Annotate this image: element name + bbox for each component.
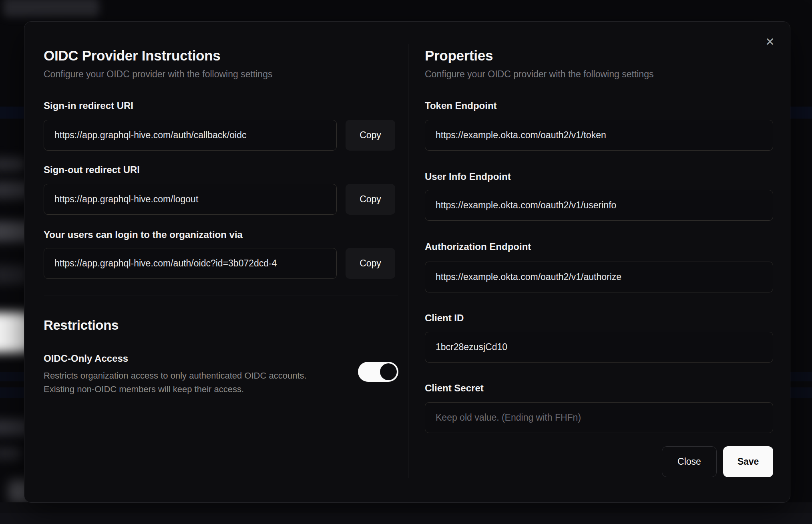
save-button[interactable]: Save [723, 446, 773, 477]
oidc-provider-dialog: ✕ OIDC Provider Instructions Configure y… [24, 21, 790, 503]
description-line-1: Restricts organization access to only au… [44, 369, 395, 383]
blurred-logo [3, 0, 99, 17]
client-id-input[interactable] [425, 332, 773, 363]
instructions-title: OIDC Provider Instructions [44, 47, 395, 64]
instructions-column: OIDC Provider Instructions Configure you… [44, 47, 395, 396]
screen: ✕ OIDC Provider Instructions Configure y… [0, 0, 812, 524]
organization-login-uri-label: Your users can login to the organization… [44, 229, 395, 241]
token-endpoint-label: Token Endpoint [425, 100, 773, 112]
oidc-only-access-description: Restricts organization access to only au… [44, 369, 395, 396]
sign-out-redirect-uri-input[interactable] [44, 184, 337, 215]
background-footer-strip [0, 513, 812, 524]
organization-login-uri-input[interactable] [44, 248, 337, 279]
organization-login-uri-row: Copy [44, 248, 395, 279]
restrictions-title: Restrictions [44, 317, 395, 333]
oidc-only-access-toggle[interactable] [358, 362, 398, 382]
column-divider [408, 44, 408, 478]
close-button[interactable]: Close [662, 446, 717, 477]
blurred-background-text [37, 513, 66, 524]
blurred-background-text [0, 447, 22, 460]
description-line-2: Existing non-OIDC members will keep thei… [44, 383, 395, 396]
sign-in-redirect-uri-input[interactable] [44, 120, 337, 151]
oidc-only-access-row: OIDC-Only Access Restricts organization … [44, 353, 395, 396]
background-footer-strip [0, 502, 812, 513]
properties-title: Properties [425, 47, 773, 64]
client-secret-input[interactable] [425, 402, 773, 433]
client-secret-label: Client Secret [425, 382, 773, 394]
user-info-endpoint-label: User Info Endpoint [425, 171, 773, 183]
blurred-background-text [0, 157, 26, 171]
section-divider [44, 296, 398, 296]
token-endpoint-input[interactable] [425, 120, 773, 151]
sign-out-redirect-uri-label: Sign-out redirect URI [44, 164, 395, 176]
oidc-only-access-label: OIDC-Only Access [44, 353, 395, 365]
sign-in-redirect-uri-row: Copy [44, 120, 395, 151]
sign-in-redirect-uri-label: Sign-in redirect URI [44, 100, 395, 112]
instructions-subtitle: Configure your OIDC provider with the fo… [44, 68, 395, 80]
copy-sign-out-uri-button[interactable]: Copy [346, 184, 395, 215]
client-id-label: Client ID [425, 312, 773, 324]
authorization-endpoint-input[interactable] [425, 262, 773, 292]
properties-subtitle: Configure your OIDC provider with the fo… [425, 68, 773, 80]
copy-login-uri-button[interactable]: Copy [346, 248, 395, 279]
toggle-thumb [380, 363, 397, 380]
properties-column: Properties Configure your OIDC provider … [425, 47, 773, 477]
sign-out-redirect-uri-row: Copy [44, 184, 395, 215]
dialog-actions: Close Save [425, 446, 773, 477]
authorization-endpoint-label: Authorization Endpoint [425, 241, 773, 253]
user-info-endpoint-input[interactable] [425, 190, 773, 221]
copy-sign-in-uri-button[interactable]: Copy [346, 120, 395, 151]
